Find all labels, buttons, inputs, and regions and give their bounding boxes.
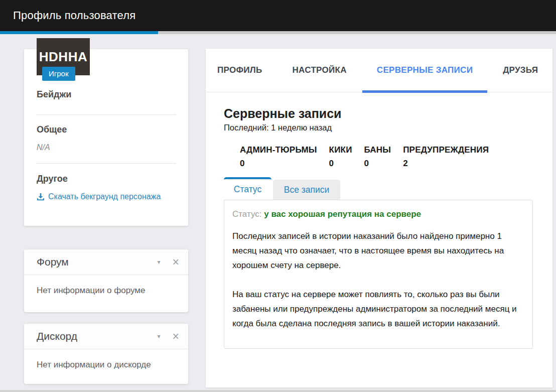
subtab-all-records[interactable]: Все записи — [273, 180, 340, 200]
records-subtabs: Статус Все записи — [224, 177, 533, 200]
status-paragraph: На ваш статус на сервере может повлиять … — [232, 287, 522, 331]
status-value: у вас хорошая репутация на сервере — [264, 209, 421, 219]
records-title: Серверные записи — [224, 106, 533, 121]
app-header: Профиль пользователя — [0, 0, 556, 31]
stat-label: ПРЕДУПРЕЖДЕНИЯ — [403, 145, 489, 155]
badges-section-title: Бейджи — [37, 89, 71, 100]
general-section-title: Общее — [37, 124, 67, 135]
stat-label: АДМИН-ТЮРЬМЫ — [240, 145, 317, 155]
username: HDHHA — [37, 38, 90, 65]
other-section-title: Другое — [37, 174, 68, 184]
status-line: Статус: у вас хорошая репутация на серве… — [232, 209, 522, 219]
status-panel: Статус: у вас хорошая репутация на серве… — [224, 200, 533, 349]
discord-panel: Дискорд ▾ × Нет информации о дискорде — [24, 324, 188, 384]
tab-profile[interactable]: ПРОФИЛЬ — [217, 49, 262, 92]
main-card: ПРОФИЛЬ НАСТРОЙКА СЕРВЕРНЫЕ ЗАПИСИ ДРУЗЬ… — [206, 49, 552, 387]
footer-strip — [0, 390, 556, 392]
stat-value: 0 — [240, 159, 317, 169]
profile-tabs-bar: ПРОФИЛЬ НАСТРОЙКА СЕРВЕРНЫЕ ЗАПИСИ ДРУЗЬ… — [206, 49, 552, 92]
discord-panel-header: Дискорд ▾ × — [24, 324, 188, 349]
discord-panel-title: Дискорд — [37, 330, 158, 342]
stat-bans[interactable]: БАНЫ 0 — [364, 145, 391, 169]
stat-value: 0 — [364, 159, 391, 169]
tab-settings[interactable]: НАСТРОЙКА — [293, 49, 347, 92]
download-icon — [37, 193, 45, 201]
close-icon[interactable]: × — [173, 257, 179, 267]
forum-panel-header: Форум ▾ × — [24, 249, 188, 275]
close-icon[interactable]: × — [173, 331, 179, 341]
divider — [37, 163, 176, 164]
stat-admin-jails[interactable]: АДМИН-ТЮРЬМЫ 0 — [240, 145, 317, 169]
records-last-record: Последний: 1 неделю назад — [224, 123, 533, 133]
status-label: Статус: — [232, 209, 261, 219]
subtab-status[interactable]: Статус — [224, 177, 271, 200]
forum-panel-title: Форум — [37, 256, 158, 268]
collapse-caret-icon[interactable]: ▾ — [158, 258, 161, 266]
download-background-link[interactable]: Скачать бекграунд персонажа — [37, 192, 161, 201]
tab-server-records[interactable]: СЕРВЕРНЫЕ ЗАПИСИ — [362, 49, 487, 92]
collapse-caret-icon[interactable]: ▾ — [158, 333, 161, 340]
progress-fill — [0, 31, 158, 34]
forum-empty-text: Нет информации о форуме — [24, 275, 188, 296]
stat-warnings[interactable]: ПРЕДУПРЕЖДЕНИЯ 2 — [403, 145, 489, 169]
discord-empty-text: Нет информации о дискорде — [24, 349, 188, 370]
download-link-label: Скачать бекграунд персонажа — [48, 192, 161, 201]
stat-value: 2 — [403, 159, 489, 169]
forum-panel: Форум ▾ × Нет информации о форуме — [24, 249, 188, 312]
progress-track — [0, 31, 556, 34]
stat-label: КИКИ — [329, 145, 352, 155]
stat-kicks[interactable]: КИКИ 0 — [329, 145, 352, 169]
stat-value: 0 — [329, 159, 352, 169]
general-value: N/A — [37, 143, 50, 152]
stat-label: БАНЫ — [364, 145, 391, 155]
role-badge: Игрок — [42, 67, 75, 81]
server-records-section: Серверные записи Последний: 1 неделю наз… — [206, 92, 552, 349]
status-paragraph: Последних записей в истории наказаний бы… — [232, 229, 522, 273]
records-stats-row: АДМИН-ТЮРЬМЫ 0 КИКИ 0 БАНЫ 0 ПРЕДУПРЕЖДЕ… — [224, 145, 533, 169]
page-title: Профиль пользователя — [13, 9, 135, 22]
tab-friends[interactable]: ДРУЗЬЯ — [503, 49, 538, 92]
divider — [37, 114, 176, 115]
